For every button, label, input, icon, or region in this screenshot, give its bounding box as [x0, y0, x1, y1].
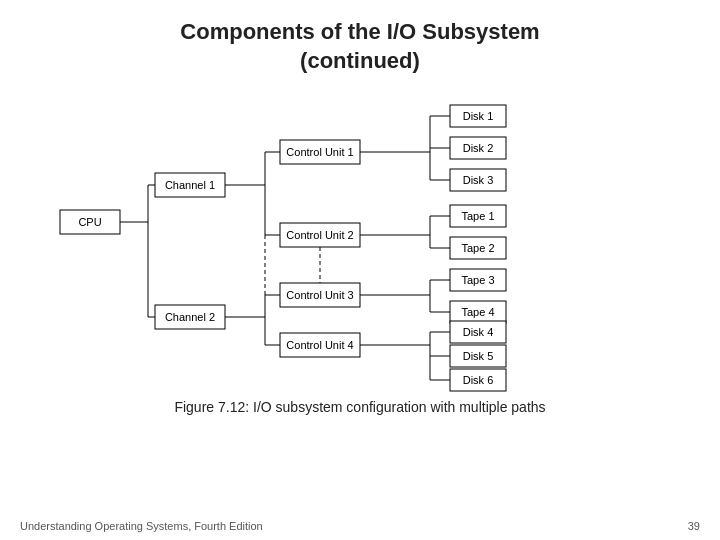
svg-text:Control Unit 3: Control Unit 3 — [286, 289, 353, 301]
svg-text:Tape 3: Tape 3 — [461, 274, 494, 286]
footer-left: Understanding Operating Systems, Fourth … — [20, 520, 263, 532]
svg-text:Disk 3: Disk 3 — [463, 174, 494, 186]
svg-text:Tape 4: Tape 4 — [461, 306, 494, 318]
svg-text:Control Unit 1: Control Unit 1 — [286, 146, 353, 158]
diagram-area: CPU Channel 1 Channel 2 Control Unit 1 C… — [0, 85, 720, 395]
svg-text:Disk 2: Disk 2 — [463, 142, 494, 154]
svg-text:Disk 6: Disk 6 — [463, 374, 494, 386]
svg-text:Control Unit 4: Control Unit 4 — [286, 339, 353, 351]
footer: Understanding Operating Systems, Fourth … — [0, 520, 720, 532]
svg-text:Disk 5: Disk 5 — [463, 350, 494, 362]
svg-text:CPU: CPU — [78, 216, 101, 228]
figure-caption: Figure 7.12: I/O subsystem configuration… — [0, 399, 720, 415]
svg-text:Channel 1: Channel 1 — [165, 179, 215, 191]
svg-text:Disk 1: Disk 1 — [463, 110, 494, 122]
svg-text:Tape 1: Tape 1 — [461, 210, 494, 222]
svg-text:Disk 4: Disk 4 — [463, 326, 494, 338]
svg-text:Channel 2: Channel 2 — [165, 311, 215, 323]
footer-right: 39 — [688, 520, 700, 532]
svg-text:Tape 2: Tape 2 — [461, 242, 494, 254]
svg-text:Control Unit 2: Control Unit 2 — [286, 229, 353, 241]
page-title: Components of the I/O Subsystem (continu… — [0, 0, 720, 85]
